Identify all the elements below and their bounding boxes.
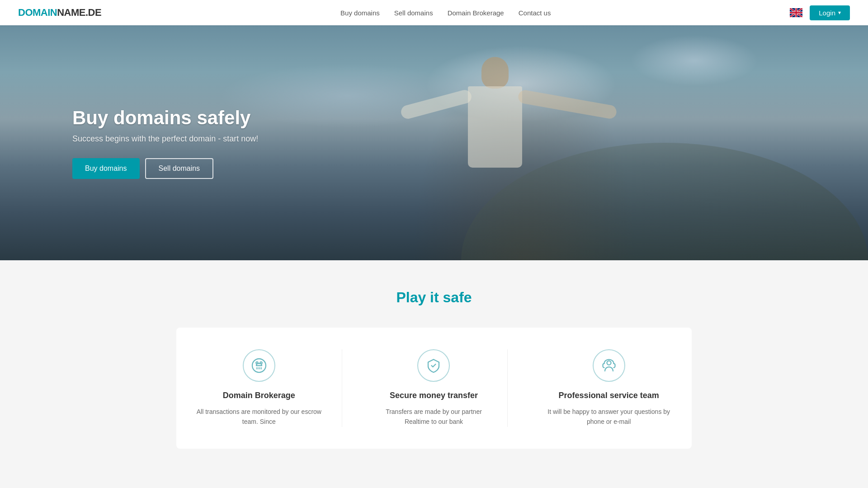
features-section: Play it safe Domain Brokerage All transa…: [0, 260, 868, 485]
nav-contact-us[interactable]: Contact us: [519, 9, 551, 17]
shield-check-icon: [425, 357, 442, 374]
svg-point-3: [260, 362, 262, 364]
feature-secure-money: Secure money transfer Transfers are made…: [360, 349, 508, 427]
professional-service-title: Professional service team: [559, 391, 659, 400]
hero-subtitle: Success begins with the perfect domain -…: [72, 134, 258, 144]
nav-domain-brokerage[interactable]: Domain Brokerage: [448, 9, 504, 17]
secure-money-title: Secure money transfer: [390, 391, 478, 400]
feature-domain-brokerage: Domain Brokerage All transactions are mo…: [194, 349, 342, 427]
svg-point-4: [607, 361, 611, 365]
professional-service-desc: It will be happy to answer your question…: [544, 407, 674, 427]
hero-content: Buy domains safely Success begins with t…: [0, 107, 258, 179]
features-card: Domain Brokerage All transactions are mo…: [176, 328, 692, 449]
logo-name-part: NAME.DE: [57, 7, 101, 18]
handshake-icon: [251, 357, 267, 374]
hero-buy-domains-button[interactable]: Buy domains: [72, 158, 140, 179]
features-section-title: Play it safe: [18, 289, 850, 306]
svg-point-2: [256, 362, 258, 364]
hero-title: Buy domains safely: [72, 107, 258, 129]
login-label: Login: [819, 9, 835, 17]
hero-buttons: Buy domains Sell domains: [72, 158, 258, 179]
nav-buy-domains[interactable]: Buy domains: [340, 9, 380, 17]
language-flag-icon[interactable]: [790, 8, 802, 17]
nav-links: Buy domains Sell domains Domain Brokerag…: [340, 9, 551, 17]
secure-money-icon-container: [417, 349, 450, 382]
login-button[interactable]: Login ▾: [810, 5, 850, 20]
navbar-right: Login ▾: [790, 5, 850, 20]
support-agent-icon: [601, 357, 617, 374]
professional-service-icon-container: [593, 349, 625, 382]
hero-person-figure: [427, 52, 563, 247]
domain-brokerage-title: Domain Brokerage: [223, 391, 295, 400]
nav-sell-domains[interactable]: Sell domains: [394, 9, 433, 17]
navbar: DOMAINNAME.DE Buy domains Sell domains D…: [0, 0, 868, 25]
hero-sell-domains-button[interactable]: Sell domains: [145, 158, 214, 179]
logo-domain-part: DOMAIN: [18, 7, 57, 18]
dropdown-chevron-icon: ▾: [838, 9, 841, 16]
feature-professional-service: Professional service team It will be hap…: [526, 349, 674, 427]
hero-section: Buy domains safely Success begins with t…: [0, 25, 868, 260]
domain-brokerage-desc: All transactions are monitored by our es…: [194, 407, 324, 427]
site-logo[interactable]: DOMAINNAME.DE: [18, 7, 101, 19]
secure-money-desc: Transfers are made by our partner Realti…: [378, 407, 490, 427]
domain-brokerage-icon-container: [243, 349, 275, 382]
